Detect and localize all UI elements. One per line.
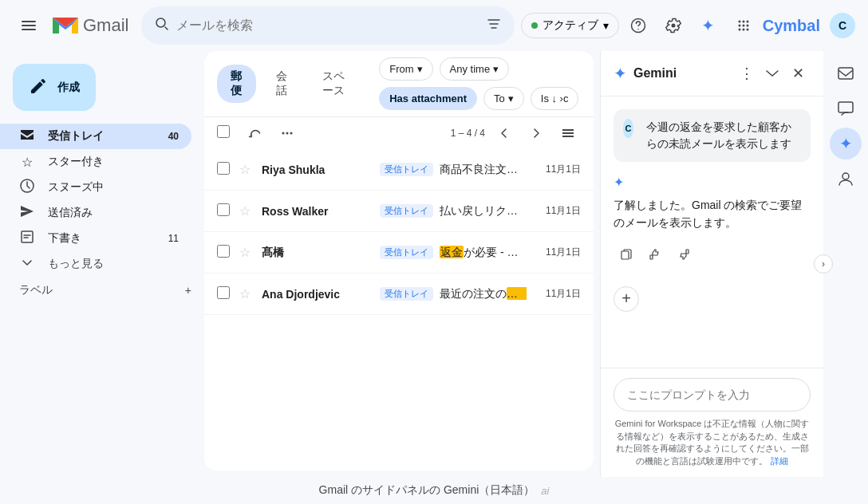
ai-watermark: ai bbox=[541, 485, 549, 497]
drafts-label: 下書き bbox=[48, 231, 156, 246]
sidebar-item-sent[interactable]: 送信済み bbox=[0, 200, 191, 226]
anytime-arrow: ▾ bbox=[493, 63, 499, 75]
right-people-button[interactable] bbox=[830, 163, 862, 195]
star-button-2[interactable]: ☆ bbox=[239, 203, 255, 219]
gemini-panel: ✦ Gemini ⋮ ✕ C 今週の返金を要求した顧客からの未読メールを表示しま… bbox=[600, 51, 823, 477]
search-icon bbox=[154, 16, 170, 36]
labels-section[interactable]: ラベル + bbox=[0, 277, 204, 301]
settings-button[interactable] bbox=[657, 10, 689, 41]
email-row[interactable]: ☆ Riya Shukla 受信トレイ 商品不良注文番号 GT22483 - 返… bbox=[204, 149, 594, 191]
inbox-tag-3: 受信トレイ bbox=[380, 246, 433, 259]
from-label: From bbox=[389, 63, 413, 75]
tab-chat[interactable]: 会話 bbox=[262, 65, 302, 103]
thumbs-down-button[interactable] bbox=[671, 242, 696, 267]
tab-spaces[interactable]: スペース bbox=[308, 65, 361, 103]
copy-button[interactable] bbox=[614, 242, 639, 267]
add-prompt-button[interactable]: + bbox=[614, 286, 639, 312]
tab-mail[interactable]: 郵便 bbox=[217, 65, 256, 103]
more-label: もっと見る bbox=[48, 257, 179, 271]
gemini-icon-button[interactable]: ✦ bbox=[692, 10, 724, 41]
from-arrow: ▾ bbox=[417, 63, 423, 75]
refresh-button[interactable] bbox=[243, 120, 268, 146]
sidebar-item-starred[interactable]: ☆ スター付き bbox=[0, 149, 191, 175]
disclaimer-text: Gemini for Workspace は不正な情報（人物に関する情報など）を… bbox=[614, 418, 811, 467]
drafts-icon bbox=[19, 229, 35, 248]
sidebar-item-snoozed[interactable]: スヌーズ中 bbox=[0, 175, 191, 200]
right-gemini-button[interactable]: ✦ bbox=[830, 128, 862, 159]
gemini-menu-button[interactable]: ⋮ bbox=[734, 61, 760, 86]
gmail-logo-icon bbox=[51, 14, 80, 37]
apps-grid-button[interactable] bbox=[728, 10, 760, 41]
search-bar bbox=[141, 6, 514, 45]
email-content-2: 受信トレイ 払い戻しリクエストのフォローアップ - 払い... bbox=[380, 204, 527, 219]
svg-rect-20 bbox=[562, 129, 574, 131]
gemini-expand-button[interactable] bbox=[760, 61, 785, 86]
search-input[interactable] bbox=[176, 18, 479, 33]
svg-point-17 bbox=[282, 132, 285, 135]
svg-point-5 bbox=[637, 29, 639, 30]
svg-rect-21 bbox=[562, 132, 574, 134]
email-row[interactable]: ☆ Ross Walker 受信トレイ 払い戻しリクエストのフォローアップ - … bbox=[204, 191, 594, 232]
labels-text: ラベル bbox=[19, 283, 53, 297]
hamburger-button[interactable] bbox=[13, 10, 45, 41]
right-chat-button[interactable] bbox=[830, 93, 862, 124]
email-checkbox-3[interactable] bbox=[217, 245, 230, 258]
filter-from[interactable]: From ▾ bbox=[379, 57, 432, 81]
inbox-count: 40 bbox=[168, 131, 179, 142]
filter-to[interactable]: To ▾ bbox=[483, 87, 524, 110]
view-options-button[interactable] bbox=[555, 120, 581, 146]
svg-point-8 bbox=[746, 21, 748, 23]
help-button[interactable] bbox=[622, 10, 654, 41]
star-button-3[interactable]: ☆ bbox=[239, 245, 255, 260]
filter-anytime[interactable]: Any time ▾ bbox=[440, 57, 510, 81]
collapse-button[interactable]: › bbox=[814, 254, 833, 274]
inbox-tag-2: 受信トレイ bbox=[380, 204, 433, 218]
filter-attachment[interactable]: Has attachment bbox=[379, 87, 477, 110]
compose-button[interactable]: 作成 bbox=[13, 64, 96, 111]
more-actions-button[interactable] bbox=[274, 120, 300, 146]
svg-point-18 bbox=[286, 132, 289, 135]
svg-rect-24 bbox=[650, 255, 653, 259]
starred-icon: ☆ bbox=[19, 155, 35, 170]
right-mail-button[interactable] bbox=[830, 57, 862, 89]
email-content-4: 受信トレイ 最近の注文の払い戻しのリクエスト - 払い戻... bbox=[380, 287, 527, 301]
gemini-body: C 今週の返金を要求した顧客からの未読メールを表示します ✦ 了解しました。Gm… bbox=[601, 96, 823, 368]
star-button-1[interactable]: ☆ bbox=[239, 162, 255, 177]
prev-page-button[interactable] bbox=[491, 120, 517, 146]
disclaimer-link[interactable]: 詳細 bbox=[771, 456, 788, 466]
gemini-title: Gemini bbox=[633, 66, 734, 81]
sidebar-item-drafts[interactable]: 下書き 11 bbox=[0, 226, 191, 251]
email-subject-1: 商品不良注文番号 GT22483 - 返金または交... bbox=[440, 163, 527, 177]
email-checkbox-1[interactable] bbox=[217, 162, 230, 175]
sidebar-item-inbox[interactable]: 受信トレイ 40 bbox=[0, 124, 191, 149]
next-page-button[interactable] bbox=[523, 120, 549, 146]
filter-is[interactable]: Is ↓ ›c bbox=[531, 87, 579, 110]
email-row[interactable]: ☆ Ana Djordjevic 受信トレイ 最近の注文の払い戻しのリクエスト … bbox=[204, 274, 594, 315]
user-avatar[interactable]: C bbox=[830, 13, 855, 38]
more-icon bbox=[19, 254, 35, 274]
email-checkbox-4[interactable] bbox=[217, 286, 230, 299]
svg-rect-27 bbox=[838, 102, 853, 112]
drafts-count: 11 bbox=[168, 233, 179, 244]
svg-point-19 bbox=[290, 132, 293, 135]
gemini-close-button[interactable]: ✕ bbox=[785, 61, 811, 86]
prompt-input[interactable] bbox=[614, 378, 811, 411]
search-options-icon[interactable] bbox=[486, 16, 502, 36]
email-content-1: 受信トレイ 商品不良注文番号 GT22483 - 返金または交... bbox=[380, 163, 527, 177]
status-badge[interactable]: アクティブ ▾ bbox=[521, 13, 619, 38]
sidebar-more[interactable]: もっと見る bbox=[0, 251, 191, 277]
select-all-checkbox[interactable] bbox=[217, 125, 230, 138]
email-subject-2: 払い戻しリクエストのフォローアップ - 払い... bbox=[440, 204, 527, 219]
email-checkbox-2[interactable] bbox=[217, 203, 230, 216]
labels-add-icon[interactable]: + bbox=[185, 284, 191, 297]
anytime-label: Any time bbox=[450, 63, 491, 75]
star-button-4[interactable]: ☆ bbox=[239, 286, 255, 301]
email-row[interactable]: ☆ 髙橋 受信トレイ 返金が必要 - 注文が配達されていない - 注文... 1… bbox=[204, 232, 594, 274]
sender-3: 髙橋 bbox=[262, 246, 373, 260]
gmail-wordmark: Gmail bbox=[83, 15, 128, 36]
thumbs-up-button[interactable] bbox=[642, 242, 668, 267]
svg-point-28 bbox=[842, 173, 849, 179]
gmail-logo: Gmail bbox=[51, 14, 128, 37]
ai-response-text: 了解しました。Gmail の検索でご要望のメールを表示します。 bbox=[614, 196, 811, 232]
sent-icon bbox=[19, 203, 35, 222]
